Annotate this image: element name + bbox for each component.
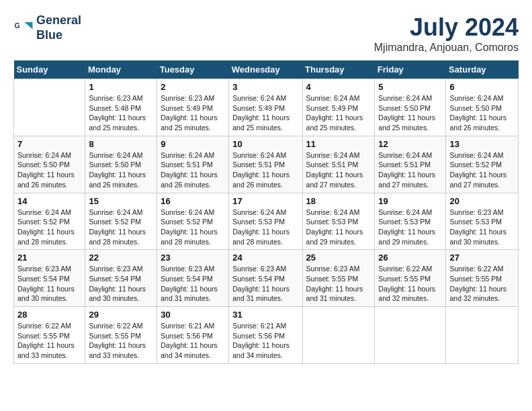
- day-info: Sunrise: 6:23 AM Sunset: 5:48 PM Dayligh…: [89, 93, 153, 133]
- day-info: Sunrise: 6:23 AM Sunset: 5:54 PM Dayligh…: [161, 264, 225, 304]
- day-info: Sunrise: 6:24 AM Sunset: 5:50 PM Dayligh…: [449, 93, 515, 133]
- calendar-table: SundayMondayTuesdayWednesdayThursdayFrid…: [13, 60, 519, 364]
- day-info: Sunrise: 6:24 AM Sunset: 5:52 PM Dayligh…: [89, 208, 153, 247]
- day-info: Sunrise: 6:24 AM Sunset: 5:51 PM Dayligh…: [306, 150, 371, 190]
- weekday-header: Friday: [375, 60, 446, 79]
- day-number: 2: [161, 82, 225, 92]
- day-info: Sunrise: 6:23 AM Sunset: 5:54 PM Dayligh…: [89, 264, 153, 304]
- day-number: 24: [232, 253, 298, 263]
- day-number: 10: [232, 139, 298, 149]
- day-info: Sunrise: 6:24 AM Sunset: 5:53 PM Dayligh…: [378, 208, 442, 247]
- calendar-week-row: 21Sunrise: 6:23 AM Sunset: 5:54 PM Dayli…: [14, 250, 519, 307]
- day-number: 28: [17, 310, 81, 320]
- calendar-cell: [375, 307, 446, 364]
- day-number: 14: [17, 196, 81, 206]
- day-number: 21: [17, 253, 81, 263]
- calendar-cell: 9Sunrise: 6:24 AM Sunset: 5:51 PM Daylig…: [157, 136, 229, 193]
- day-number: 4: [306, 82, 371, 92]
- calendar-cell: [446, 307, 519, 364]
- calendar-cell: 27Sunrise: 6:22 AM Sunset: 5:55 PM Dayli…: [446, 250, 519, 307]
- calendar-cell: 31Sunrise: 6:21 AM Sunset: 5:56 PM Dayli…: [229, 307, 302, 364]
- day-info: Sunrise: 6:23 AM Sunset: 5:54 PM Dayligh…: [232, 264, 298, 304]
- calendar-cell: 1Sunrise: 6:23 AM Sunset: 5:48 PM Daylig…: [85, 79, 157, 136]
- calendar-cell: 20Sunrise: 6:23 AM Sunset: 5:53 PM Dayli…: [446, 193, 519, 250]
- day-number: 6: [449, 82, 515, 92]
- calendar-cell: 14Sunrise: 6:24 AM Sunset: 5:52 PM Dayli…: [14, 193, 85, 250]
- day-info: Sunrise: 6:24 AM Sunset: 5:53 PM Dayligh…: [232, 208, 298, 247]
- day-info: Sunrise: 6:24 AM Sunset: 5:53 PM Dayligh…: [306, 208, 371, 247]
- day-number: 15: [89, 196, 153, 206]
- calendar-cell: 12Sunrise: 6:24 AM Sunset: 5:51 PM Dayli…: [375, 136, 446, 193]
- day-number: 25: [306, 253, 371, 263]
- day-number: 11: [306, 139, 371, 149]
- calendar-cell: 25Sunrise: 6:23 AM Sunset: 5:55 PM Dayli…: [302, 250, 375, 307]
- day-number: 13: [449, 139, 515, 149]
- day-info: Sunrise: 6:23 AM Sunset: 5:49 PM Dayligh…: [161, 93, 225, 133]
- day-number: 7: [17, 139, 81, 149]
- calendar-cell: 2Sunrise: 6:23 AM Sunset: 5:49 PM Daylig…: [157, 79, 229, 136]
- calendar-cell: 28Sunrise: 6:22 AM Sunset: 5:55 PM Dayli…: [14, 307, 85, 364]
- day-info: Sunrise: 6:24 AM Sunset: 5:51 PM Dayligh…: [232, 150, 298, 190]
- calendar-cell: 7Sunrise: 6:24 AM Sunset: 5:50 PM Daylig…: [14, 136, 85, 193]
- weekday-header: Thursday: [302, 60, 375, 79]
- day-info: Sunrise: 6:22 AM Sunset: 5:55 PM Dayligh…: [17, 321, 81, 361]
- calendar-week-row: 1Sunrise: 6:23 AM Sunset: 5:48 PM Daylig…: [14, 79, 519, 136]
- day-info: Sunrise: 6:24 AM Sunset: 5:49 PM Dayligh…: [232, 93, 298, 133]
- calendar-week-row: 14Sunrise: 6:24 AM Sunset: 5:52 PM Dayli…: [14, 193, 519, 250]
- day-number: 31: [232, 310, 298, 320]
- day-info: Sunrise: 6:24 AM Sunset: 5:51 PM Dayligh…: [378, 150, 442, 190]
- weekday-header: Monday: [85, 60, 157, 79]
- location: Mjimandra, Anjouan, Comoros: [374, 42, 519, 54]
- day-number: 5: [378, 82, 442, 92]
- day-number: 17: [232, 196, 298, 206]
- day-info: Sunrise: 6:22 AM Sunset: 5:55 PM Dayligh…: [89, 321, 153, 361]
- calendar-cell: 30Sunrise: 6:21 AM Sunset: 5:56 PM Dayli…: [157, 307, 229, 364]
- month-year: July 2024: [374, 13, 519, 42]
- calendar-cell: 10Sunrise: 6:24 AM Sunset: 5:51 PM Dayli…: [229, 136, 302, 193]
- calendar-cell: 5Sunrise: 6:24 AM Sunset: 5:50 PM Daylig…: [375, 79, 446, 136]
- day-info: Sunrise: 6:24 AM Sunset: 5:50 PM Dayligh…: [89, 150, 153, 190]
- weekday-header: Saturday: [446, 60, 519, 79]
- calendar-cell: 17Sunrise: 6:24 AM Sunset: 5:53 PM Dayli…: [229, 193, 302, 250]
- day-number: 1: [89, 82, 153, 92]
- logo: G General Blue: [13, 13, 81, 42]
- calendar-cell: 3Sunrise: 6:24 AM Sunset: 5:49 PM Daylig…: [229, 79, 302, 136]
- title-block: July 2024 Mjimandra, Anjouan, Comoros: [374, 13, 519, 54]
- day-info: Sunrise: 6:24 AM Sunset: 5:52 PM Dayligh…: [161, 208, 225, 247]
- day-info: Sunrise: 6:21 AM Sunset: 5:56 PM Dayligh…: [161, 321, 225, 361]
- logo-icon: G: [13, 18, 34, 38]
- day-info: Sunrise: 6:24 AM Sunset: 5:52 PM Dayligh…: [449, 150, 515, 190]
- weekday-header: Tuesday: [157, 60, 229, 79]
- svg-text:G: G: [15, 21, 20, 30]
- calendar-cell: [302, 307, 375, 364]
- calendar-cell: 8Sunrise: 6:24 AM Sunset: 5:50 PM Daylig…: [85, 136, 157, 193]
- calendar-cell: 4Sunrise: 6:24 AM Sunset: 5:49 PM Daylig…: [302, 79, 375, 136]
- day-number: 22: [89, 253, 153, 263]
- calendar-cell: 24Sunrise: 6:23 AM Sunset: 5:54 PM Dayli…: [229, 250, 302, 307]
- calendar-cell: 11Sunrise: 6:24 AM Sunset: 5:51 PM Dayli…: [302, 136, 375, 193]
- calendar-cell: 21Sunrise: 6:23 AM Sunset: 5:54 PM Dayli…: [14, 250, 85, 307]
- calendar-week-row: 7Sunrise: 6:24 AM Sunset: 5:50 PM Daylig…: [14, 136, 519, 193]
- weekday-header: Sunday: [14, 60, 85, 79]
- day-number: 18: [306, 196, 371, 206]
- day-number: 8: [89, 139, 153, 149]
- weekday-header: Wednesday: [229, 60, 302, 79]
- logo-text: General Blue: [36, 13, 81, 42]
- calendar-cell: 23Sunrise: 6:23 AM Sunset: 5:54 PM Dayli…: [157, 250, 229, 307]
- calendar-cell: 26Sunrise: 6:22 AM Sunset: 5:55 PM Dayli…: [375, 250, 446, 307]
- day-info: Sunrise: 6:23 AM Sunset: 5:54 PM Dayligh…: [17, 264, 81, 304]
- day-number: 12: [378, 139, 442, 149]
- day-number: 19: [378, 196, 442, 206]
- calendar-cell: 16Sunrise: 6:24 AM Sunset: 5:52 PM Dayli…: [157, 193, 229, 250]
- day-info: Sunrise: 6:21 AM Sunset: 5:56 PM Dayligh…: [232, 321, 298, 361]
- calendar-cell: 6Sunrise: 6:24 AM Sunset: 5:50 PM Daylig…: [446, 79, 519, 136]
- weekday-header-row: SundayMondayTuesdayWednesdayThursdayFrid…: [14, 60, 519, 79]
- calendar-cell: 29Sunrise: 6:22 AM Sunset: 5:55 PM Dayli…: [85, 307, 157, 364]
- day-number: 27: [449, 253, 515, 263]
- day-info: Sunrise: 6:23 AM Sunset: 5:53 PM Dayligh…: [449, 208, 515, 247]
- calendar-cell: [14, 79, 85, 136]
- day-number: 16: [161, 196, 225, 206]
- day-info: Sunrise: 6:24 AM Sunset: 5:49 PM Dayligh…: [306, 93, 371, 133]
- day-info: Sunrise: 6:24 AM Sunset: 5:50 PM Dayligh…: [17, 150, 81, 190]
- day-number: 29: [89, 310, 153, 320]
